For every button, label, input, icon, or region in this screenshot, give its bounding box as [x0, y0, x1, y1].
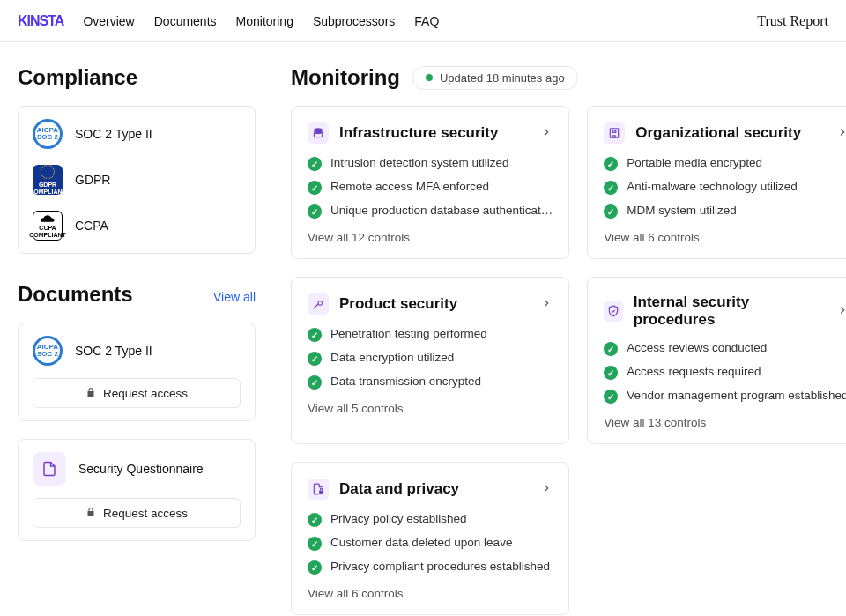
doclock-icon: [308, 479, 329, 500]
check-icon: ✓: [604, 157, 618, 171]
left-column: Compliance AICPA SOC 2 SOC 2 Type II GDP…: [18, 65, 256, 615]
compliance-heading: Compliance: [18, 65, 256, 90]
control-text: Portable media encrypted: [627, 156, 762, 169]
request-access-button[interactable]: Request access: [33, 498, 241, 528]
header: KInsta Overview Documents Monitoring Sub…: [0, 0, 846, 42]
wrench-icon: [308, 293, 329, 315]
control-item: ✓Vendor management program established: [604, 389, 846, 404]
document-card-security-questionnaire: Security Questionnaire Request access: [18, 439, 256, 541]
nav-overview[interactable]: Overview: [83, 14, 134, 28]
nav-left: KInsta Overview Documents Monitoring Sub…: [18, 13, 439, 29]
monitoring-card-title: Product security: [339, 295, 457, 313]
check-icon: ✓: [308, 513, 322, 527]
control-text: Penetration testing performed: [330, 327, 487, 340]
control-text: Remote access MFA enforced: [330, 180, 489, 193]
check-icon: ✓: [308, 375, 322, 390]
db-icon: [308, 122, 329, 144]
monitoring-card-header[interactable]: Infrastructure security: [308, 122, 553, 144]
control-list: ✓Privacy policy established✓Customer dat…: [308, 512, 553, 575]
control-list: ✓Access reviews conducted✓Access request…: [604, 341, 846, 404]
nav-monitoring[interactable]: Monitoring: [236, 14, 293, 28]
chevron-right-icon: [540, 126, 553, 141]
ccpa-badge-icon: CCPA COMPLIANT: [33, 211, 63, 241]
nav-subprocessors[interactable]: Subprocessors: [313, 14, 395, 28]
chevron-right-icon: [540, 482, 553, 497]
gdpr-badge-icon: GDPR COMPLIANT: [33, 165, 63, 195]
compliance-item-soc2[interactable]: AICPA SOC 2 SOC 2 Type II: [33, 119, 241, 149]
control-item: ✓Data encryption utilized: [308, 351, 553, 366]
control-item: ✓Access requests required: [604, 365, 846, 380]
chevron-right-icon: [836, 126, 846, 141]
monitoring-card-title: Internal security procedures: [634, 293, 815, 329]
check-icon: ✓: [308, 157, 322, 171]
documents-heading: Documents: [18, 282, 133, 307]
check-icon: ✓: [604, 342, 618, 356]
control-text: Data encryption utilized: [330, 351, 454, 364]
control-text: Privacy policy established: [330, 512, 467, 525]
nav-faq[interactable]: FAQ: [414, 14, 439, 28]
compliance-card: AICPA SOC 2 SOC 2 Type II GDPR COMPLIANT…: [18, 106, 256, 254]
view-all-controls-link[interactable]: View all 6 controls: [308, 587, 553, 600]
nav-documents[interactable]: Documents: [154, 14, 217, 28]
compliance-item-ccpa[interactable]: CCPA COMPLIANT CCPA: [33, 211, 241, 241]
monitoring-card: Infrastructure security✓Intrusion detect…: [291, 106, 569, 259]
check-icon: ✓: [604, 366, 618, 380]
compliance-item-gdpr[interactable]: GDPR COMPLIANT GDPR: [33, 165, 241, 195]
monitoring-card-header[interactable]: Organizational security: [604, 122, 846, 144]
check-icon: ✓: [604, 390, 618, 404]
request-access-label: Request access: [103, 387, 188, 400]
control-list: ✓Penetration testing performed✓Data encr…: [308, 327, 553, 390]
control-item: ✓Data transmission encrypted: [308, 375, 553, 390]
view-all-controls-link[interactable]: View all 5 controls: [308, 402, 553, 415]
check-icon: ✓: [308, 328, 322, 342]
control-text: Intrusion detection system utilized: [330, 156, 509, 169]
control-item: ✓MDM system utilized: [604, 204, 846, 219]
control-item: ✓Privacy compliant procedures establishe…: [308, 560, 553, 575]
documents-view-all-link[interactable]: View all: [213, 290, 256, 304]
check-icon: ✓: [604, 204, 618, 219]
document-file-icon: [33, 452, 66, 486]
status-dot-icon: [426, 74, 433, 81]
lock-icon: [85, 507, 96, 520]
view-all-controls-link[interactable]: View all 6 controls: [604, 231, 846, 244]
request-access-button[interactable]: Request access: [33, 378, 241, 408]
compliance-label: CCPA: [75, 219, 108, 233]
logo[interactable]: KInsta: [18, 13, 63, 29]
control-item: ✓Intrusion detection system utilized: [308, 156, 553, 171]
monitoring-card: Data and privacy✓Privacy policy establis…: [291, 462, 569, 615]
org-icon: [604, 122, 625, 144]
svg-rect-3: [319, 491, 323, 494]
control-text: Access requests required: [627, 365, 761, 378]
trust-report-label: Trust Report: [757, 13, 828, 29]
chevron-right-icon: [540, 297, 553, 312]
document-label: SOC 2 Type II: [75, 344, 152, 358]
monitoring-card-header[interactable]: Data and privacy: [308, 479, 553, 500]
monitoring-card-header[interactable]: Product security: [308, 293, 553, 315]
view-all-controls-link[interactable]: View all 12 controls: [308, 231, 553, 244]
monitoring-card-title: Organizational security: [635, 124, 801, 142]
control-text: Vendor management program established: [627, 389, 846, 402]
view-all-controls-link[interactable]: View all 13 controls: [604, 416, 846, 429]
control-item: ✓Remote access MFA enforced: [308, 180, 553, 195]
soc2-badge-icon: AICPA SOC 2: [33, 119, 63, 149]
monitoring-card-header[interactable]: Internal security procedures: [604, 293, 846, 329]
control-text: Access reviews conducted: [627, 341, 767, 354]
monitoring-status-pill: Updated 18 minutes ago: [412, 66, 578, 90]
control-list: ✓Portable media encrypted✓Anti-malware t…: [604, 156, 846, 219]
soc2-badge-icon: AICPA SOC 2: [33, 336, 63, 366]
control-text: Customer data deleted upon leave: [330, 536, 512, 549]
main: Compliance AICPA SOC 2 SOC 2 Type II GDP…: [0, 42, 846, 616]
monitoring-card: Organizational security✓Portable media e…: [587, 106, 846, 259]
monitoring-card: Internal security procedures✓Access revi…: [587, 277, 846, 444]
control-text: MDM system utilized: [627, 204, 737, 217]
check-icon: ✓: [604, 181, 618, 195]
monitoring-status-text: Updated 18 minutes ago: [440, 71, 565, 85]
control-text: Data transmission encrypted: [330, 375, 481, 388]
monitoring-card: Product security✓Penetration testing per…: [291, 277, 569, 444]
document-card-soc2: AICPA SOC 2 SOC 2 Type II Request access: [18, 323, 256, 421]
svg-rect-2: [612, 130, 616, 132]
monitoring-card-title: Data and privacy: [339, 480, 459, 498]
control-item: ✓Unique production database authenticat…: [308, 204, 553, 219]
lock-icon: [85, 387, 96, 400]
check-icon: ✓: [308, 204, 322, 219]
